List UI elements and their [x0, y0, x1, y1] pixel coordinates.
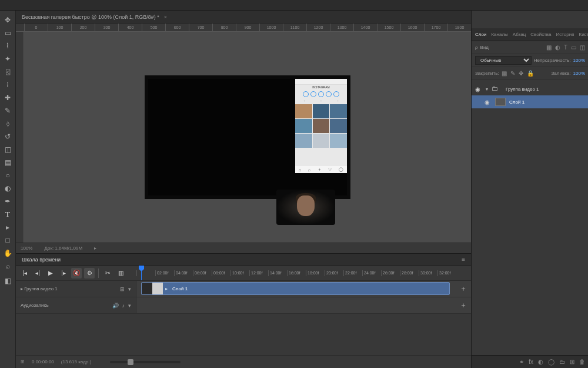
- tools-panel: ✥ ▭ ⌇ ✦ ⍃ ⁞ ✚ ✎ ⎀ ↺ ◫ ▤ ○ ◐ ✒ T ▸ □ ✋ ⌕ …: [0, 11, 16, 368]
- add-audio-button[interactable]: ＋: [459, 301, 467, 309]
- chevron-right-icon[interactable]: ▸: [21, 286, 23, 291]
- filter-shape-icon[interactable]: ▭: [571, 44, 576, 51]
- tab-paragraph[interactable]: Абзац: [513, 32, 526, 37]
- lock-trans-icon[interactable]: ▦: [502, 70, 507, 77]
- track-menu-icon[interactable]: ▾: [128, 303, 131, 309]
- zoom-slider[interactable]: [110, 361, 181, 363]
- close-tab-icon[interactable]: ×: [164, 14, 167, 20]
- doc-info-arrow-icon[interactable]: ▸: [94, 246, 96, 251]
- app-root: ✥ ▭ ⌇ ✦ ⍃ ⁞ ✚ ✎ ⎀ ↺ ◫ ▤ ○ ◐ ✒ T ▸ □ ✋ ⌕ …: [0, 0, 588, 368]
- shape-tool[interactable]: □: [2, 234, 14, 246]
- layer-group[interactable]: ◉ ▾ 🗀 Группа видео 1: [472, 82, 588, 95]
- new-layer-icon[interactable]: ⊞: [570, 359, 574, 365]
- pen-tool[interactable]: ✒: [2, 195, 14, 207]
- video-clip[interactable]: ▸ Слой 1: [141, 282, 450, 295]
- phone-mock: INSTAGRAM •••: [295, 79, 347, 173]
- delete-layer-icon[interactable]: 🗑: [579, 359, 585, 365]
- zoom-tool[interactable]: ⌕: [2, 260, 14, 272]
- clip-thumbnail: [142, 283, 163, 294]
- hand-tool[interactable]: ✋: [2, 247, 14, 259]
- split-clip-button[interactable]: ✂: [102, 268, 113, 279]
- video-track-body[interactable]: ▸ Слой 1 ＋: [136, 281, 471, 297]
- track-menu-icon[interactable]: ▾: [128, 286, 131, 292]
- toggle-mode-icon[interactable]: ⊞: [21, 359, 25, 364]
- path-select-tool[interactable]: ▸: [2, 221, 14, 233]
- marquee-tool[interactable]: ▭: [2, 27, 14, 39]
- audio-track-header[interactable]: Аудиозапись 🔊♪▾: [16, 297, 136, 313]
- blend-mode-select[interactable]: Обычные: [475, 56, 532, 65]
- tab-channels[interactable]: Каналы: [491, 32, 507, 37]
- first-frame-button[interactable]: |◂: [19, 268, 30, 279]
- filter-pixel-icon[interactable]: ▦: [546, 44, 552, 51]
- note-icon[interactable]: ♪: [122, 303, 125, 309]
- filter-type-icon[interactable]: T: [564, 44, 567, 51]
- prev-frame-button[interactable]: ◂|: [32, 268, 43, 279]
- zoom-slider-thumb[interactable]: [128, 359, 133, 365]
- timeline-controls: |◂ ◂| ▶ |▸ 🔇 ⚙ ✂ ▥ 02:00f04:00f06:00f08:…: [16, 266, 471, 281]
- fx-icon[interactable]: fx: [529, 359, 533, 365]
- mask-icon[interactable]: ◐: [538, 359, 543, 365]
- canvas[interactable]: INSTAGRAM •••: [145, 75, 350, 199]
- current-time[interactable]: 0:00:00:00: [32, 359, 54, 364]
- adjustment-icon[interactable]: ◯: [548, 359, 554, 365]
- play-button[interactable]: ▶: [45, 268, 56, 279]
- layer-thumbnail: [495, 98, 506, 106]
- playhead[interactable]: [141, 266, 142, 280]
- clip-label: Слой 1: [170, 286, 188, 291]
- zoom-level[interactable]: 100%: [21, 246, 32, 251]
- visibility-icon[interactable]: ◉: [475, 86, 482, 92]
- tab-brush[interactable]: Кисть: [579, 32, 588, 37]
- type-tool[interactable]: T: [2, 208, 14, 220]
- document-status-bar: 100% Док: 1,64М/1,09М ▸: [16, 243, 471, 253]
- dodge-tool[interactable]: ◐: [2, 183, 14, 194]
- link-layers-icon[interactable]: ⚭: [519, 359, 524, 365]
- brush-tool[interactable]: ✎: [2, 105, 14, 117]
- tab-properties[interactable]: Свойства: [530, 32, 551, 37]
- timeline-ruler[interactable]: 02:00f04:00f06:00f08:00f10:00f12:00f14:0…: [136, 266, 471, 280]
- heal-tool[interactable]: ✚: [2, 92, 14, 104]
- speaker-icon[interactable]: 🔊: [112, 303, 119, 309]
- chevron-down-icon[interactable]: ▾: [486, 87, 488, 92]
- next-frame-button[interactable]: |▸: [58, 268, 69, 279]
- frame-count: (13 615 кадр.): [61, 359, 91, 364]
- add-media-button[interactable]: ＋: [459, 284, 467, 293]
- lock-paint-icon[interactable]: ✎: [510, 70, 515, 77]
- opacity-label: Непрозрачность:: [534, 58, 571, 63]
- history-brush-tool[interactable]: ↺: [2, 131, 14, 142]
- layer-item[interactable]: ◉ Слой 1: [472, 95, 588, 108]
- gradient-tool[interactable]: ▤: [2, 157, 14, 168]
- filter-adjust-icon[interactable]: ◐: [555, 44, 560, 51]
- fill-value[interactable]: 100%: [573, 71, 585, 76]
- lasso-tool[interactable]: ⌇: [2, 40, 14, 52]
- move-tool[interactable]: ✥: [2, 14, 14, 26]
- document-tab[interactable]: Бесшовная галерея быстро @ 100% (Слой 1,…: [16, 11, 471, 24]
- filter-label-icon[interactable]: ρ: [475, 45, 478, 50]
- lock-all-icon[interactable]: 🔒: [527, 70, 534, 77]
- eraser-tool[interactable]: ◫: [2, 144, 14, 155]
- wand-tool[interactable]: ✦: [2, 53, 14, 65]
- transition-button[interactable]: ▥: [115, 268, 126, 279]
- mute-button[interactable]: 🔇: [71, 268, 82, 279]
- opacity-value[interactable]: 100%: [573, 58, 585, 63]
- lock-pos-icon[interactable]: ✥: [519, 70, 523, 77]
- group-icon[interactable]: 🗀: [559, 359, 565, 365]
- crop-tool[interactable]: ⍃: [2, 66, 14, 78]
- canvas-stage[interactable]: INSTAGRAM •••: [24, 32, 471, 243]
- tab-layers[interactable]: Слои: [475, 32, 486, 37]
- stamp-tool[interactable]: ⎀: [2, 118, 14, 130]
- audio-track-body[interactable]: ＋: [136, 297, 471, 313]
- visibility-icon[interactable]: ◉: [485, 99, 492, 105]
- clip-arrow-icon[interactable]: ▸: [163, 286, 170, 291]
- panel-menu-icon[interactable]: ≡: [462, 256, 465, 263]
- blend-row: Обычные Непрозрачность: 100%: [472, 54, 588, 67]
- eyedropper-tool[interactable]: ⁞: [2, 79, 14, 91]
- video-track-header[interactable]: ▸ Группа видео 1 ⊞▾: [16, 281, 136, 297]
- filmstrip-icon[interactable]: ⊞: [120, 286, 125, 292]
- settings-button[interactable]: ⚙: [84, 268, 95, 279]
- blur-tool[interactable]: ○: [2, 170, 14, 181]
- timeline-tab[interactable]: Шкала времени ≡: [16, 254, 471, 266]
- color-swatch[interactable]: ◧: [2, 273, 14, 289]
- filter-smart-icon[interactable]: ◫: [580, 44, 585, 51]
- tab-history[interactable]: История: [556, 32, 574, 37]
- lock-row: Закрепить: ▦ ✎ ✥ 🔒 Заливка: 100%: [472, 67, 588, 80]
